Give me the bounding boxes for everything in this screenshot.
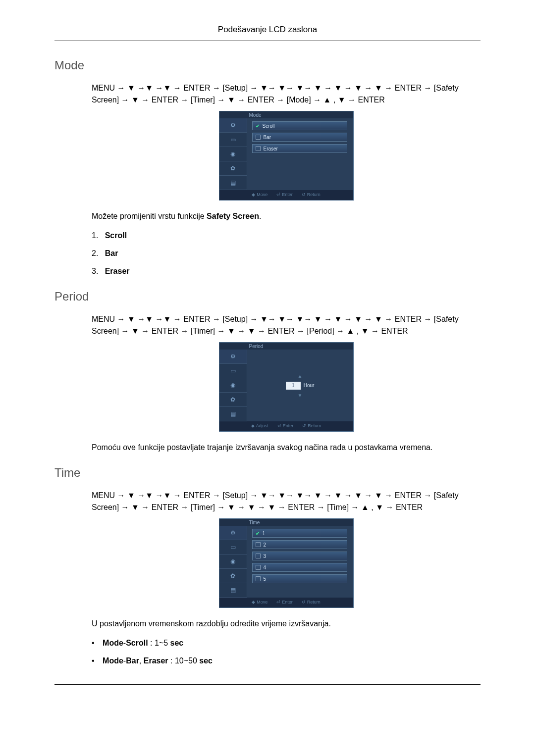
footer-move: ◆ Move xyxy=(252,192,268,199)
osd-sidebar: ⚙ ▭ ◉ ✿ ▤ xyxy=(219,526,247,598)
period-unit: Hour xyxy=(304,382,315,389)
osd-option-label: 4 xyxy=(264,564,267,571)
osd-footer: ◆ Adjust ⏎ Enter ↺ Return xyxy=(219,421,353,431)
checkbox-icon xyxy=(256,146,261,151)
osd-option-2: 2 xyxy=(252,540,347,549)
time-content: MENU → ▼ →▼ →▼ → ENTER → [Setup] → ▼→ ▼→… xyxy=(92,490,481,667)
info-icon: ▤ xyxy=(219,583,247,598)
checkbox-icon xyxy=(256,565,261,570)
osd-sidebar: ⚙ ▭ ◉ ✿ ▤ xyxy=(219,350,247,421)
time-heading: Time xyxy=(54,466,481,480)
mode-options-list: 1. Scroll 2. Bar 3. Eraser xyxy=(92,230,481,277)
period-heading: Period xyxy=(54,290,481,303)
page-header: Podešavanje LCD zaslona xyxy=(54,25,481,41)
gear-icon: ✿ xyxy=(219,393,247,407)
time-body-text: U postavljenom vremenskom razdoblju odre… xyxy=(92,618,481,630)
osd-option-3: 3 xyxy=(252,552,347,560)
picture-icon: ⚙ xyxy=(219,350,247,364)
footer-return: ↺ Return xyxy=(302,423,321,430)
osd-option-eraser: Eraser xyxy=(252,144,347,153)
footer-return: ↺ Return xyxy=(302,192,321,199)
osd-title: Time xyxy=(219,519,353,526)
footer-move: ◆ Move xyxy=(252,599,268,606)
list-item: 1. Scroll xyxy=(92,230,481,242)
period-osd: Period ⚙ ▭ ◉ ✿ ▤ ▲ 1 Hour ▼ xyxy=(219,342,354,432)
down-arrow-icon: ▼ xyxy=(298,392,303,399)
mode-nav-path: MENU → ▼ →▼ →▼ → ENTER → [Setup] → ▼→ ▼→… xyxy=(92,82,481,106)
osd-option-bar: Bar xyxy=(252,133,347,142)
osd-footer: ◆ Move ⏎ Enter ↺ Return xyxy=(219,598,353,607)
mode-content: MENU → ▼ →▼ →▼ → ENTER → [Setup] → ▼→ ▼→… xyxy=(92,82,481,277)
checkbox-icon xyxy=(256,135,261,140)
time-osd: Time ⚙ ▭ ◉ ✿ ▤ ✔ 1 2 xyxy=(219,518,354,608)
osd-main: ✔ 1 2 3 4 xyxy=(247,526,353,598)
period-nav-path: MENU → ▼ →▼ →▼ → ENTER → [Setup] → ▼→ ▼→… xyxy=(92,313,481,337)
time-nav-path: MENU → ▼ →▼ →▼ → ENTER → [Setup] → ▼→ ▼→… xyxy=(92,490,481,513)
o-icon: ◉ xyxy=(219,147,247,161)
osd-option-4: 4 xyxy=(252,563,347,572)
footer-enter: ⏎ Enter xyxy=(277,423,294,430)
checkbox-icon xyxy=(256,542,261,547)
osd-title: Mode xyxy=(219,111,353,118)
footer-return: ↺ Return xyxy=(302,599,321,606)
gear-icon: ✿ xyxy=(219,569,247,583)
checkbox-icon xyxy=(256,554,261,558)
osd-option-label: Eraser xyxy=(264,145,278,152)
pip-icon: ▭ xyxy=(219,364,247,378)
mode-heading: Mode xyxy=(54,58,481,72)
osd-option-label: Bar xyxy=(264,134,271,141)
mode-body-text: Možete promijeniti vrstu funkcije Safety… xyxy=(92,210,481,222)
osd-title: Period xyxy=(219,343,353,350)
list-item: 3. Eraser xyxy=(92,265,481,277)
gear-icon: ✿ xyxy=(219,161,247,176)
osd-option-label: 1 xyxy=(263,530,266,537)
period-content: MENU → ▼ →▼ →▼ → ENTER → [Setup] → ▼→ ▼→… xyxy=(92,313,481,454)
footer-divider xyxy=(54,684,481,685)
o-icon: ◉ xyxy=(219,554,247,569)
period-value: 1 xyxy=(286,382,301,390)
osd-option-label: Scroll xyxy=(263,122,275,130)
osd-option-1: ✔ 1 xyxy=(252,529,347,538)
osd-main: ▲ 1 Hour ▼ xyxy=(247,350,353,421)
list-item: Mode-Scroll : 1~5 sec xyxy=(92,637,481,649)
osd-option-5: 5 xyxy=(252,574,347,583)
up-arrow-icon: ▲ xyxy=(298,372,303,380)
period-body-text: Pomoću ove funkcije postavljate trajanje… xyxy=(92,442,481,454)
footer-enter: ⏎ Enter xyxy=(276,192,293,199)
osd-main: ✔ Scroll Bar Eraser xyxy=(247,118,353,190)
pip-icon: ▭ xyxy=(219,133,247,147)
o-icon: ◉ xyxy=(219,378,247,393)
osd-option-scroll: ✔ Scroll xyxy=(252,121,347,130)
checkmark-icon: ✔ xyxy=(256,122,260,130)
checkmark-icon: ✔ xyxy=(256,530,260,537)
picture-icon: ⚙ xyxy=(219,118,247,133)
footer-enter: ⏎ Enter xyxy=(276,599,293,606)
info-icon: ▤ xyxy=(219,407,247,421)
osd-sidebar: ⚙ ▭ ◉ ✿ ▤ xyxy=(219,118,247,190)
info-icon: ▤ xyxy=(219,176,247,190)
page-container: Podešavanje LCD zaslona Mode MENU → ▼ →▼… xyxy=(0,0,535,713)
picture-icon: ⚙ xyxy=(219,526,247,540)
mode-osd: Mode ⚙ ▭ ◉ ✿ ▤ ✔ Scroll Bar xyxy=(219,111,354,201)
footer-adjust: ◆ Adjust xyxy=(251,423,268,430)
list-item: 2. Bar xyxy=(92,248,481,259)
checkbox-icon xyxy=(256,576,261,581)
time-bullets: Mode-Scroll : 1~5 sec Mode-Bar, Eraser :… xyxy=(92,637,481,667)
osd-footer: ◆ Move ⏎ Enter ↺ Return xyxy=(219,190,353,200)
osd-option-label: 5 xyxy=(264,575,267,583)
osd-option-label: 2 xyxy=(264,541,267,549)
pip-icon: ▭ xyxy=(219,540,247,554)
osd-option-label: 3 xyxy=(264,553,267,560)
list-item: Mode-Bar, Eraser : 10~50 sec xyxy=(92,655,481,667)
